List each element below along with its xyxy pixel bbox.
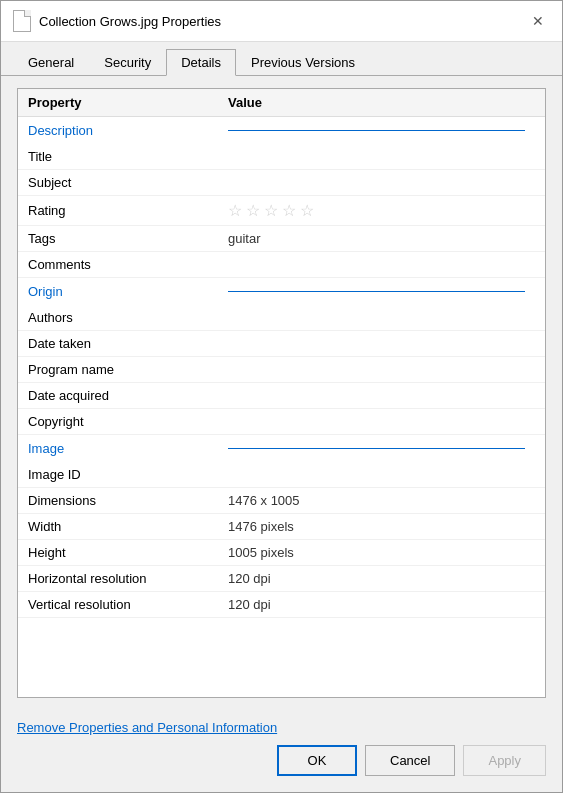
- remove-properties-link[interactable]: Remove Properties and Personal Informati…: [17, 720, 277, 735]
- table-row[interactable]: Title: [18, 144, 545, 170]
- prop-width: Width: [18, 514, 218, 539]
- section-description-label: Description: [28, 123, 228, 138]
- val-h-resolution: 120 dpi: [218, 566, 545, 591]
- rating-stars[interactable]: ☆ ☆ ☆ ☆ ☆: [228, 201, 314, 220]
- table-row[interactable]: Authors: [18, 305, 545, 331]
- prop-subject: Subject: [18, 170, 218, 195]
- window-title: Collection Grows.jpg Properties: [39, 14, 221, 29]
- prop-comments: Comments: [18, 252, 218, 277]
- prop-authors: Authors: [18, 305, 218, 330]
- table-row[interactable]: Date taken: [18, 331, 545, 357]
- section-description: Description: [18, 117, 545, 144]
- star-3[interactable]: ☆: [264, 201, 278, 220]
- val-date-acquired[interactable]: [218, 383, 545, 408]
- val-title[interactable]: [218, 144, 545, 169]
- val-program-name[interactable]: [218, 357, 545, 382]
- prop-h-resolution: Horizontal resolution: [18, 566, 218, 591]
- file-icon: [13, 10, 31, 32]
- prop-copyright: Copyright: [18, 409, 218, 434]
- tab-security[interactable]: Security: [89, 49, 166, 76]
- table-row[interactable]: Subject: [18, 170, 545, 196]
- tab-general[interactable]: General: [13, 49, 89, 76]
- section-origin: Origin: [18, 278, 545, 305]
- star-1[interactable]: ☆: [228, 201, 242, 220]
- val-height: 1005 pixels: [218, 540, 545, 565]
- prop-title: Title: [18, 144, 218, 169]
- val-tags[interactable]: guitar: [218, 226, 545, 251]
- prop-tags: Tags: [18, 226, 218, 251]
- table-row[interactable]: Copyright: [18, 409, 545, 435]
- val-image-id: [218, 462, 545, 487]
- table-row: Vertical resolution 120 dpi: [18, 592, 545, 618]
- table-row: Width 1476 pixels: [18, 514, 545, 540]
- table-row: Image ID: [18, 462, 545, 488]
- val-copyright[interactable]: [218, 409, 545, 434]
- star-4[interactable]: ☆: [282, 201, 296, 220]
- ok-button[interactable]: OK: [277, 745, 357, 776]
- prop-image-id: Image ID: [18, 462, 218, 487]
- footer: Remove Properties and Personal Informati…: [1, 710, 562, 792]
- section-origin-divider: [228, 291, 525, 292]
- properties-table: Property Value Description Title Subject: [17, 88, 546, 698]
- star-2[interactable]: ☆: [246, 201, 260, 220]
- prop-date-acquired: Date acquired: [18, 383, 218, 408]
- tabs-bar: General Security Details Previous Versio…: [1, 42, 562, 76]
- tab-previous-versions[interactable]: Previous Versions: [236, 49, 370, 76]
- title-bar-left: Collection Grows.jpg Properties: [13, 10, 221, 32]
- star-5[interactable]: ☆: [300, 201, 314, 220]
- prop-program-name: Program name: [18, 357, 218, 382]
- val-v-resolution: 120 dpi: [218, 592, 545, 617]
- val-rating[interactable]: ☆ ☆ ☆ ☆ ☆: [218, 196, 545, 225]
- properties-window: Collection Grows.jpg Properties ✕ Genera…: [0, 0, 563, 793]
- table-row: Horizontal resolution 120 dpi: [18, 566, 545, 592]
- table-body[interactable]: Description Title Subject Rating ☆: [18, 117, 545, 697]
- cancel-button[interactable]: Cancel: [365, 745, 455, 776]
- prop-height: Height: [18, 540, 218, 565]
- table-row[interactable]: Comments: [18, 252, 545, 278]
- footer-link-row: Remove Properties and Personal Informati…: [17, 720, 546, 735]
- section-image-divider: [228, 448, 525, 449]
- val-date-taken[interactable]: [218, 331, 545, 356]
- table-row[interactable]: Tags guitar: [18, 226, 545, 252]
- prop-rating: Rating: [18, 196, 218, 225]
- table-row[interactable]: Rating ☆ ☆ ☆ ☆ ☆: [18, 196, 545, 226]
- content-area: Property Value Description Title Subject: [1, 76, 562, 710]
- table-header: Property Value: [18, 89, 545, 117]
- table-row[interactable]: Program name: [18, 357, 545, 383]
- table-row: Height 1005 pixels: [18, 540, 545, 566]
- header-value: Value: [218, 89, 545, 116]
- val-subject[interactable]: [218, 170, 545, 195]
- prop-date-taken: Date taken: [18, 331, 218, 356]
- footer-buttons: OK Cancel Apply: [17, 745, 546, 776]
- apply-button[interactable]: Apply: [463, 745, 546, 776]
- header-property: Property: [18, 89, 218, 116]
- section-origin-label: Origin: [28, 284, 228, 299]
- prop-v-resolution: Vertical resolution: [18, 592, 218, 617]
- val-comments[interactable]: [218, 252, 545, 277]
- close-button[interactable]: ✕: [526, 9, 550, 33]
- val-dimensions: 1476 x 1005: [218, 488, 545, 513]
- table-row[interactable]: Date acquired: [18, 383, 545, 409]
- section-description-divider: [228, 130, 525, 131]
- val-width: 1476 pixels: [218, 514, 545, 539]
- table-row: Dimensions 1476 x 1005: [18, 488, 545, 514]
- tab-details[interactable]: Details: [166, 49, 236, 76]
- section-image-label: Image: [28, 441, 228, 456]
- val-authors[interactable]: [218, 305, 545, 330]
- prop-dimensions: Dimensions: [18, 488, 218, 513]
- title-bar: Collection Grows.jpg Properties ✕: [1, 1, 562, 42]
- section-image: Image: [18, 435, 545, 462]
